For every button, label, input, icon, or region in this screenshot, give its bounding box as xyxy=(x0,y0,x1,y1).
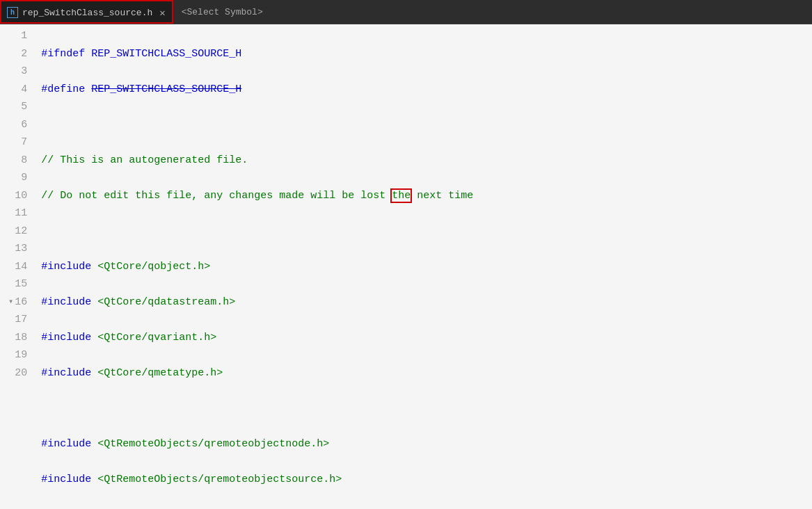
line-number: 1 xyxy=(8,27,27,45)
line-number: 8 xyxy=(8,152,27,170)
line-number: 6 xyxy=(8,116,27,134)
line-number: 10 xyxy=(8,187,27,205)
tab-label: rep_SwitchClass_source.h xyxy=(22,8,152,18)
line-number: 17 xyxy=(8,311,27,329)
line-number: 13 xyxy=(8,240,27,258)
file-icon: h xyxy=(7,7,18,18)
line-number: 5 xyxy=(8,98,27,116)
line-number: 14 xyxy=(8,258,27,276)
code-line-6 xyxy=(41,223,812,241)
line-number: 2 xyxy=(8,45,27,63)
code-line-12: #include <QtRemoteObjects/qremoteobjectn… xyxy=(41,435,812,453)
editor-area: 1 2 3 4 5 6 7 8 9 10 11 12 13 14 15 ▾16 … xyxy=(0,24,812,509)
code-line-11 xyxy=(41,400,812,418)
line-number: 3 xyxy=(8,63,27,81)
code-line-13: #include <QtRemoteObjects/qremoteobjects… xyxy=(41,471,812,489)
code-line-14 xyxy=(41,506,812,510)
line-number: 12 xyxy=(8,223,27,241)
code-line-4: // This is an autogenerated file. xyxy=(41,152,812,170)
code-line-10: #include <QtCore/qmetatype.h> xyxy=(41,364,812,382)
line-number: 19 xyxy=(8,346,27,364)
tab-bar: h rep_SwitchClass_source.h ✕ <Select Sym… xyxy=(0,0,812,24)
line-number: ▾16 xyxy=(8,293,27,312)
code-line-1: #ifndef REP_SWITCHCLASS_SOURCE_H xyxy=(41,45,812,63)
line-number: 9 xyxy=(8,169,27,187)
line-number: 18 xyxy=(8,329,27,347)
file-tab[interactable]: h rep_SwitchClass_source.h ✕ xyxy=(0,0,173,24)
line-number: 11 xyxy=(8,204,27,223)
code-line-9: #include <QtCore/qvariant.h> xyxy=(41,329,812,347)
code-line-8: #include <QtCore/qdatastream.h> xyxy=(41,293,812,312)
code-line-3 xyxy=(41,116,812,134)
line-numbers: 1 2 3 4 5 6 7 8 9 10 11 12 13 14 15 ▾16 … xyxy=(0,24,33,509)
line-number: 15 xyxy=(8,275,27,293)
select-symbol-label: <Select Symbol> xyxy=(182,7,263,17)
code-line-5: // Do not edit this file, any changes ma… xyxy=(41,187,812,205)
line-number: 7 xyxy=(8,134,27,152)
code-line-2: #define REP_SWITCHCLASS_SOURCE_H xyxy=(41,81,812,99)
code-line-7: #include <QtCore/qobject.h> xyxy=(41,258,812,276)
select-symbol-tab[interactable]: <Select Symbol> xyxy=(173,0,271,24)
tab-close-icon[interactable]: ✕ xyxy=(159,7,165,19)
code-content[interactable]: #ifndef REP_SWITCHCLASS_SOURCE_H #define… xyxy=(33,24,812,509)
line-number: 4 xyxy=(8,81,27,99)
line-number: 20 xyxy=(8,364,27,382)
